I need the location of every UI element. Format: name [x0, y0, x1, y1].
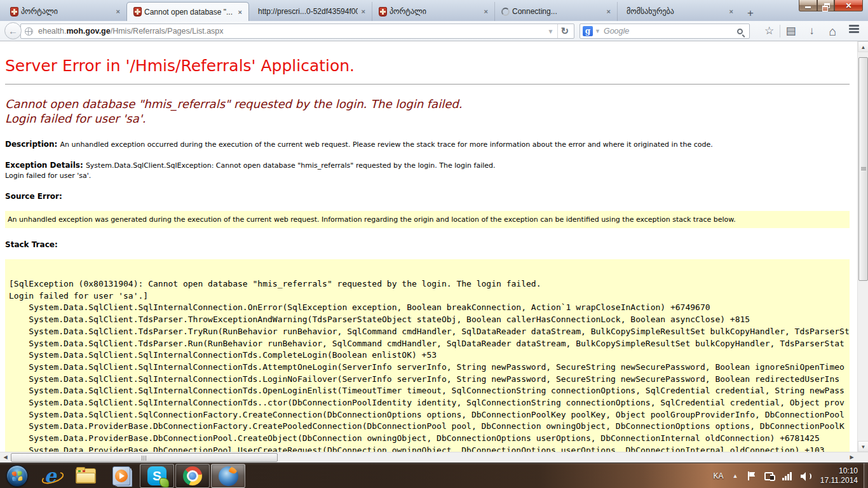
georgia-emblem-favicon [379, 7, 387, 17]
source-error-box: An unhandled exception was generated dur… [5, 211, 850, 228]
browser-viewport: Server Error in '/Hmis/Referrals' Applic… [0, 41, 868, 452]
tab-close-icon[interactable]: × [606, 8, 612, 15]
new-tab-button[interactable]: + [741, 6, 760, 21]
source-error-heading: Source Error: [5, 191, 857, 202]
search-icon[interactable] [737, 29, 743, 34]
taskbar-apps: e S [33, 464, 247, 488]
system-tray: KA ▲ 10:10 17.11.2014 [713, 463, 862, 488]
chrome-icon [183, 466, 202, 485]
tab-portal-2[interactable]: პორტალი × [372, 2, 494, 21]
show-desktop-button[interactable] [864, 463, 868, 488]
loading-spinner-icon [501, 8, 510, 16]
start-button[interactable] [6, 465, 28, 487]
toolbar-buttons: ☆ ▤ ↓ ⌂ [759, 22, 864, 40]
tab-title: http://prescri...0-52df43594f00 [258, 7, 358, 16]
georgia-emblem-favicon [133, 7, 142, 17]
volume-icon[interactable] [801, 472, 810, 480]
bookmark-star-icon[interactable]: ☆ [759, 22, 780, 40]
tab-close-icon[interactable]: × [115, 8, 121, 15]
folder-icon [76, 468, 96, 484]
error-page: Server Error in '/Hmis/Referrals' Applic… [5, 41, 857, 452]
close-icon: ✕ [845, 1, 851, 10]
scroll-right-icon[interactable]: ▶ [846, 452, 857, 463]
power-plug-icon[interactable] [764, 472, 773, 480]
taskbar-windows-explorer[interactable] [69, 464, 103, 488]
action-center-flag-icon[interactable] [748, 471, 756, 480]
downloads-icon[interactable]: ↓ [801, 22, 822, 40]
tab-strip: პორტალი × Cannot open database "... × ht… [0, 0, 868, 21]
home-icon[interactable]: ⌂ [822, 22, 843, 40]
tab-title: მომსახურება [627, 7, 726, 16]
minimize-button[interactable] [799, 0, 817, 11]
navigation-toolbar: ← ehealth.moh.gov.ge/Hmis/Referrals/Page… [0, 21, 868, 41]
horizontal-scrollbar[interactable]: ◀ ▶ [0, 452, 868, 463]
tab-prescription[interactable]: http://prescri...0-52df43594f00 × [249, 2, 372, 21]
clock-date: 17.11.2014 [820, 476, 858, 485]
tab-services[interactable]: მომსახურება × [617, 2, 740, 21]
scroll-up-icon[interactable]: ▲ [858, 41, 868, 52]
restore-icon [824, 3, 830, 8]
tab-close-icon[interactable]: × [728, 8, 735, 15]
taskbar-internet-explorer[interactable]: e [33, 464, 67, 488]
url-domain: moh.gov.ge [66, 27, 110, 36]
page-title: Server Error in '/Hmis/Referrals' Applic… [5, 57, 857, 75]
tab-title: Cannot open database "... [144, 8, 234, 17]
divider [5, 84, 850, 85]
tab-connecting[interactable]: Connecting... × [494, 2, 617, 21]
search-input[interactable] [604, 27, 737, 36]
taskbar-media-player[interactable] [104, 464, 139, 488]
google-engine-icon[interactable]: g [583, 26, 593, 36]
url-text[interactable]: ehealth.moh.gov.ge/Hmis/Referrals/Pages/… [38, 27, 544, 36]
tab-list: პორტალი × Cannot open database "... × ht… [4, 2, 760, 21]
tab-title: პორტალი [21, 7, 112, 16]
tab-title: Connecting... [512, 7, 603, 16]
skype-icon: S [147, 466, 166, 485]
windows-logo-icon [11, 471, 22, 481]
stack-trace-box: [SqlException (0x80131904): Cannot open … [5, 259, 850, 452]
tab-title: პორტალი [390, 7, 480, 16]
georgia-emblem-favicon [10, 7, 18, 17]
show-hidden-icons-chevron[interactable]: ▲ [732, 473, 738, 479]
reload-icon[interactable]: ↻ [557, 24, 571, 38]
stack-trace-heading: Stack Trace: [5, 240, 857, 250]
media-player-icon [112, 466, 130, 485]
taskbar-skype[interactable]: S [140, 464, 174, 488]
horizontal-scrollbar-thumb[interactable] [11, 453, 278, 462]
exception-details-paragraph: Exception Details: System.Data.SqlClient… [5, 160, 857, 181]
url-bar[interactable]: ehealth.moh.gov.ge/Hmis/Referrals/Pages/… [20, 24, 574, 39]
bookmarks-menu-icon[interactable]: ▤ [780, 22, 801, 40]
description-paragraph: Description: An unhandled exception occu… [5, 139, 857, 150]
search-bar[interactable]: g ▼ [580, 24, 750, 39]
back-button[interactable]: ← [4, 22, 22, 39]
vertical-scrollbar-thumb[interactable] [858, 57, 868, 281]
scroll-left-icon[interactable]: ◀ [0, 452, 11, 463]
network-signal-icon[interactable] [782, 472, 792, 480]
restore-button[interactable] [817, 0, 834, 11]
globe-icon [25, 27, 33, 36]
taskbar-chrome[interactable] [175, 464, 210, 488]
tab-portal-1[interactable]: პორტალი × [4, 2, 126, 21]
close-button[interactable]: ✕ [834, 0, 863, 11]
firefox-icon [219, 466, 238, 486]
error-message-heading: Cannot open database "hmis_referrals" re… [5, 97, 857, 126]
taskbar-clock[interactable]: 10:10 17.11.2014 [820, 466, 858, 485]
language-indicator[interactable]: KA [713, 471, 723, 480]
hamburger-menu-icon[interactable] [843, 22, 864, 40]
description-label: Description: [5, 140, 60, 149]
scroll-down-icon[interactable]: ▼ [858, 441, 868, 452]
tab-close-icon[interactable]: × [237, 8, 243, 16]
taskbar-firefox[interactable] [211, 464, 245, 488]
internet-explorer-icon: e [44, 466, 56, 485]
minimize-icon [805, 6, 811, 8]
url-history-dropdown-icon[interactable]: ▼ [544, 28, 558, 35]
vertical-scrollbar[interactable]: ▲ ▼ [857, 41, 868, 452]
windows-taskbar: e S KA ▲ 10:10 17.11.2014 [0, 463, 868, 488]
exception-details-label: Exception Details: [5, 161, 86, 170]
window-controls: ✕ [799, 0, 863, 11]
tab-close-icon[interactable]: × [360, 8, 367, 15]
tab-close-icon[interactable]: × [483, 8, 489, 15]
search-engine-dropdown-icon[interactable]: ▼ [593, 28, 604, 34]
clock-time: 10:10 [839, 466, 858, 475]
tab-error-page-active[interactable]: Cannot open database "... × [126, 2, 249, 21]
